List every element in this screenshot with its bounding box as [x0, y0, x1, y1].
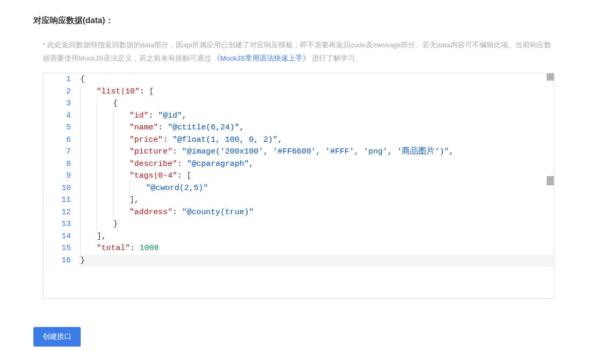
line-number: 2	[43, 86, 71, 98]
code-line: "picture": "@image('200x100', '#FF6600',…	[78, 146, 554, 158]
line-number: 11	[43, 194, 71, 206]
editor-gutter: 1 2 3 4 5 6 7 8 9 10 11 12 13 14 15 16	[43, 73, 78, 298]
code-line: "total": 1000	[78, 242, 554, 255]
code-line: "address": "@county(true)"	[78, 206, 554, 219]
code-line: ],	[78, 194, 554, 206]
help-suffix: 进行了解学习。	[310, 54, 362, 62]
section-title: 对应响应数据(data)：	[33, 15, 564, 26]
line-number: 7	[43, 146, 71, 158]
line-number: 12	[43, 206, 71, 219]
line-number: 10	[43, 182, 71, 195]
code-line: {	[78, 73, 554, 86]
line-number: 14	[43, 231, 71, 243]
code-line: "@cword(2,5)"	[78, 182, 554, 195]
scrollbar-marker	[547, 176, 554, 185]
scrollbar-marker	[547, 73, 554, 81]
code-line: }	[78, 255, 554, 267]
editor-code-area[interactable]: { "list|10": [ { "id": "@id", "name": "@…	[78, 73, 554, 298]
code-line: "tags|0-4": [	[78, 170, 554, 182]
code-line: ],	[78, 231, 554, 243]
code-line: "price": "@float(1, 100, 0, 2)",	[78, 134, 554, 146]
create-api-button[interactable]: 创建接口	[33, 327, 81, 347]
line-number: 13	[43, 218, 71, 231]
help-text: * 此处返回数据特指返回数据的data部分，因api所属应用已创建了对应响应模板…	[43, 39, 554, 65]
mockjs-guide-link[interactable]: 《MockJS常用语法快速上手》	[213, 54, 310, 62]
code-line: {	[78, 98, 554, 110]
code-line: "id": "@id",	[78, 110, 554, 122]
code-editor[interactable]: 1 2 3 4 5 6 7 8 9 10 11 12 13 14 15 16 {…	[43, 73, 554, 299]
code-line: }	[78, 218, 554, 231]
code-line: "name": "@ctitle(6,24)",	[78, 122, 554, 134]
line-number: 8	[43, 158, 71, 170]
line-number: 15	[43, 242, 71, 255]
line-number: 5	[43, 122, 71, 134]
line-number: 3	[43, 98, 71, 110]
line-number: 9	[43, 170, 71, 182]
line-number: 16	[43, 255, 71, 267]
line-number: 4	[43, 110, 71, 122]
code-line: "describe": "@cparagraph",	[78, 158, 554, 170]
code-line: "list|10": [	[78, 86, 554, 98]
line-number: 1	[43, 73, 71, 86]
line-number: 6	[43, 134, 71, 146]
editor-scrollbar[interactable]	[547, 73, 554, 298]
button-row: 创建接口	[33, 327, 564, 347]
